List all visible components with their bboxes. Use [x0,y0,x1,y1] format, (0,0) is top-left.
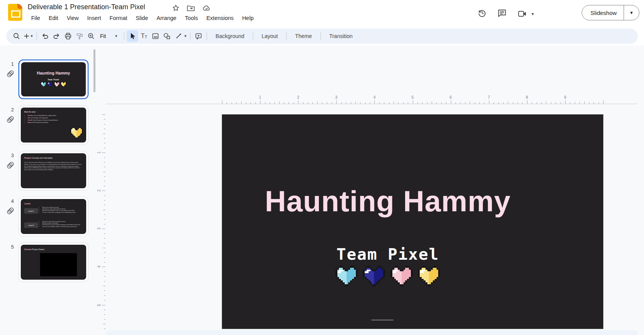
slide-link-icon[interactable] [6,115,15,125]
menu-arrange[interactable]: Arrange [152,14,181,22]
zoom-caret-icon[interactable]: ▼ [114,34,118,38]
zoom-select[interactable]: Fit ▼ [97,33,122,39]
ruler-tick [104,234,105,234]
level-label-box: Level 1 [24,208,38,214]
undo-icon[interactable] [39,30,51,42]
vertical-ruler: 12345 [98,104,105,335]
ruler-tick [594,102,594,104]
slide-subtitle-text[interactable]: Team Pixel [222,245,554,264]
thumb-body-text: Oh no! Your pet hamster, Hammy, has stum… [24,162,82,171]
zoom-value[interactable]: Fit [100,33,106,39]
ruler-number-h: 8 [526,95,528,100]
insert-comment-icon[interactable] [193,30,204,42]
thumb-level-row: Level 1Meant to be introductory (no time… [24,207,85,214]
theme-button[interactable]: Theme [289,33,318,39]
ruler-tick [603,100,604,104]
cloud-saved-icon[interactable] [202,4,211,12]
menu-edit[interactable]: Edit [44,14,62,22]
redo-icon[interactable] [51,30,62,42]
ruler-tick [279,101,280,104]
slide-link-icon[interactable] [6,207,15,217]
slide-number-4: 4 [5,198,14,204]
filmstrip-scrollbar[interactable] [93,49,95,92]
slide-thumbnail-5[interactable]: Current Project Status [18,242,88,282]
search-menus-icon[interactable] [11,30,22,42]
new-slide-caret-icon[interactable]: ▼ [30,34,33,38]
slide-number-5: 5 [5,244,14,250]
slides-logo-icon[interactable] [8,4,22,21]
move-folder-icon[interactable] [187,4,195,12]
document-title[interactable]: Deliverable 1 Presentation-Team Pixel [28,3,145,11]
join-call-button[interactable]: ▼ [517,9,535,18]
menu-slide[interactable]: Slide [132,14,152,22]
ruler-tick [104,252,105,253]
menu-extensions[interactable]: Extensions [202,14,238,22]
ruler-tick [104,219,105,220]
transition-button[interactable]: Transition [323,33,359,39]
text-box-icon[interactable]: TT [138,30,150,42]
line-caret-icon[interactable]: ▼ [184,34,187,38]
slideshow-caret-icon[interactable]: ▼ [624,10,639,15]
slideshow-button[interactable]: Slideshow ▼ [582,5,639,20]
ruler-tick [508,101,508,104]
select-tool-button[interactable] [127,30,138,42]
slide-title-text[interactable]: Haunting Hammy [222,184,554,218]
slide-link-icon[interactable] [6,161,15,171]
pixel-heart-navy [363,266,385,286]
menu-file[interactable]: File [27,14,44,22]
insert-image-icon[interactable] [150,30,161,42]
menu-format[interactable]: Format [105,14,132,22]
star-icon[interactable] [172,4,180,12]
ruler-tick [102,114,105,115]
ruler-tick [394,101,394,104]
ruler-tick [398,102,399,104]
ruler-tick [589,102,589,104]
comment-history-icon[interactable] [497,8,507,20]
paint-format-icon[interactable] [74,30,85,42]
ruler-tick [104,143,105,143]
insert-line-icon[interactable] [173,30,184,42]
background-button[interactable]: Background [209,33,250,39]
ruler-tick [104,281,105,282]
insert-shape-icon[interactable] [161,30,173,42]
print-icon[interactable] [62,30,74,42]
slide-link-icon[interactable] [6,70,15,80]
ruler-tick [104,181,105,181]
speaker-notes[interactable]: Christine [106,330,638,335]
ruler-tick [561,102,561,104]
slide-thumbnail-4[interactable]: LevelsLevel 1Meant to be introductory (n… [18,197,88,236]
slideshow-label[interactable]: Slideshow [582,10,624,16]
ruler-tick [336,100,337,104]
notes-resize-handle[interactable] [371,320,394,320]
pixel-hearts-row[interactable] [222,266,554,286]
zoom-in-icon[interactable] [85,30,97,42]
menu-view[interactable]: View [62,14,83,22]
filmstrip: 1Haunting HammyTeam Pixel2Meet the teamC… [0,45,95,290]
slide-thumbnail-3[interactable]: Project Concept and GameplayOh no! Your … [18,151,88,191]
slide-content: Haunting Hammy Team Pixel [222,114,554,329]
menu-insert[interactable]: Insert [83,14,105,22]
pixel-heart-pink [390,266,413,286]
slide-thumbnail-1[interactable]: Haunting HammyTeam Pixel [18,60,88,99]
ruler-tick [446,102,446,104]
ruler-tick [250,102,251,104]
ruler-tick [327,102,327,104]
ruler-tick [104,300,105,300]
ruler-tick [599,102,599,104]
slide-canvas[interactable]: Haunting Hammy Team Pixel [222,114,603,329]
menu-help[interactable]: Help [238,14,258,22]
version-history-icon[interactable] [477,8,487,20]
ruler-tick [479,102,480,104]
ruler-tick [104,205,105,205]
new-slide-button[interactable] [22,30,31,42]
ruler-tick [103,134,105,134]
slide-thumbnail-2[interactable]: Meet the teamChristine: Character Artist… [18,105,88,145]
menu-tools[interactable]: Tools [181,14,202,22]
ruler-tick [104,262,105,262]
join-call-caret-icon[interactable]: ▼ [531,12,535,16]
ruler-tick [255,102,256,104]
layout-button[interactable]: Layout [255,33,284,39]
ruler-tick [102,191,105,191]
ruler-tick [403,102,404,104]
toolbar-divider [37,32,37,40]
